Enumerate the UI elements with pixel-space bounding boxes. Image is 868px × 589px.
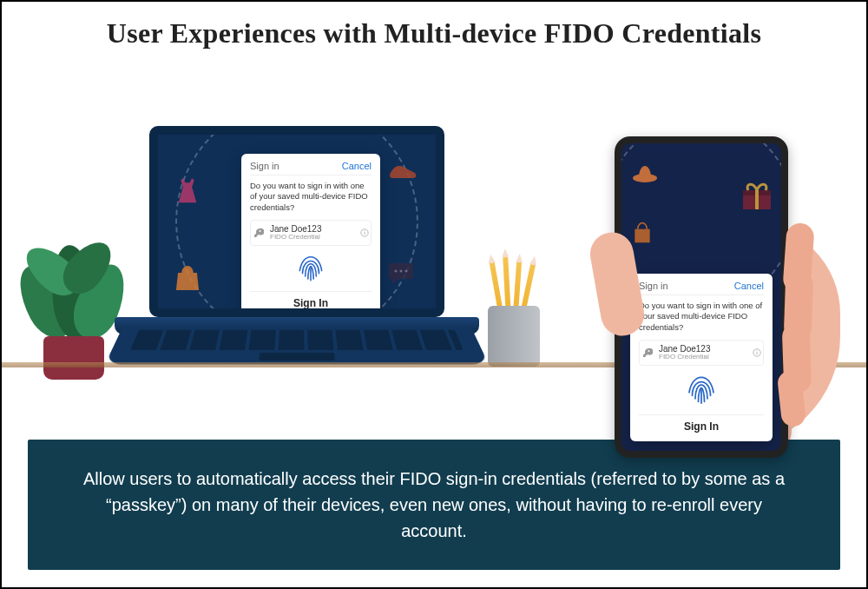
hat-icon xyxy=(632,164,658,183)
dialog-title: Sign in xyxy=(639,281,668,291)
gift-icon xyxy=(740,178,774,211)
description-banner: Allow users to automatically access thei… xyxy=(28,440,840,570)
chat-icon xyxy=(387,261,415,286)
svg-rect-13 xyxy=(757,352,758,354)
signin-button[interactable]: Sign In xyxy=(639,414,764,433)
plant-pot xyxy=(43,336,104,380)
svg-rect-0 xyxy=(179,274,196,289)
page-title: User Experiences with Multi-device FIDO … xyxy=(2,2,866,58)
dress-icon xyxy=(174,178,201,209)
plant-decoration xyxy=(17,162,122,380)
credential-row[interactable]: Jane Doe123 FIDO Credential xyxy=(250,220,372,246)
laptop-keyboard xyxy=(105,326,489,364)
shoe-icon xyxy=(389,161,418,182)
signin-dialog: Sign in Cancel Do you want to sign in wi… xyxy=(630,274,773,441)
svg-rect-10 xyxy=(755,190,759,209)
dialog-title: Sign in xyxy=(250,161,279,171)
handbag-icon xyxy=(174,265,201,291)
svg-rect-5 xyxy=(365,232,365,235)
key-icon xyxy=(641,347,654,359)
svg-rect-6 xyxy=(365,230,365,231)
signin-button[interactable]: Sign In xyxy=(250,291,372,309)
info-icon[interactable] xyxy=(753,348,761,357)
signin-dialog: Sign in Cancel Do you want to sign in wi… xyxy=(241,154,380,317)
svg-point-1 xyxy=(395,270,398,273)
laptop-screen: Sign in Cancel Do you want to sign in wi… xyxy=(149,126,444,317)
phone-screen: Sign in Cancel Do you want to sign in wi… xyxy=(621,143,781,451)
illustration-stage: Sign in Cancel Do you want to sign in wi… xyxy=(2,58,866,440)
credential-sublabel: FIDO Credential xyxy=(659,354,747,361)
dialog-prompt: Do you want to sign in with one of your … xyxy=(639,301,764,333)
svg-point-3 xyxy=(405,270,408,273)
infographic-frame: User Experiences with Multi-device FIDO … xyxy=(0,0,868,589)
info-icon[interactable] xyxy=(360,228,369,237)
hand-holding-phone: Sign in Cancel Do you want to sign in wi… xyxy=(562,119,840,449)
credential-sublabel: FIDO Credential xyxy=(270,234,355,242)
dialog-prompt: Do you want to sign in with one of your … xyxy=(250,181,372,213)
fingerprint-icon[interactable] xyxy=(639,373,764,409)
svg-rect-14 xyxy=(757,350,758,351)
laptop-device: Sign in Cancel Do you want to sign in wi… xyxy=(115,126,479,413)
fingerprint-icon[interactable] xyxy=(250,253,372,286)
cancel-button[interactable]: Cancel xyxy=(342,161,372,171)
cancel-button[interactable]: Cancel xyxy=(734,281,764,291)
svg-point-2 xyxy=(400,270,403,273)
pencil-cup-decoration xyxy=(483,267,544,367)
handbag-icon xyxy=(630,222,654,244)
credential-row[interactable]: Jane Doe123 FIDO Credential xyxy=(639,340,764,366)
cup-body xyxy=(488,306,540,367)
svg-rect-11 xyxy=(635,229,649,243)
key-icon xyxy=(253,227,265,239)
